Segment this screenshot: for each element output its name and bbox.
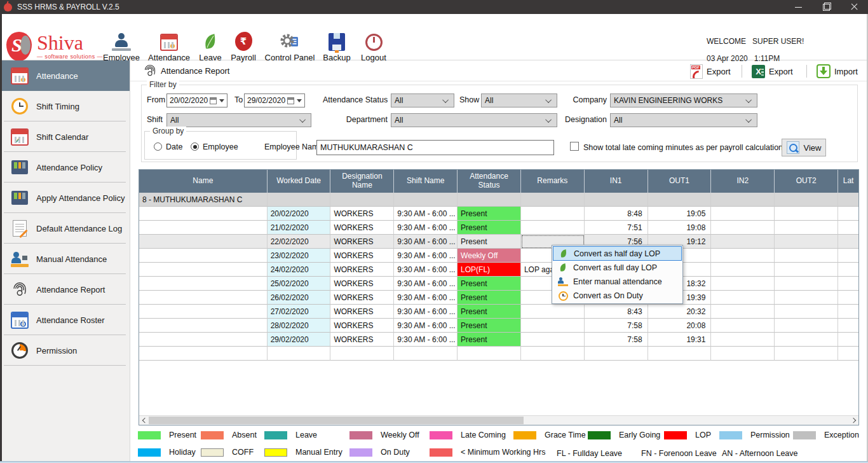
designation-dropdown[interactable]: All: [610, 113, 757, 127]
scrollbar-thumb[interactable]: [149, 417, 524, 424]
table-row[interactable]: 27/02/2020 WORKERS 9:30 AM - 6:00 ... Pr…: [139, 305, 858, 319]
remarks-cell[interactable]: [521, 221, 585, 235]
column-header[interactable]: Lat: [838, 170, 858, 193]
column-header[interactable]: Shift Name: [394, 170, 458, 193]
status-cell[interactable]: Present: [458, 319, 521, 333]
export-pdf-button[interactable]: Export: [690, 64, 731, 79]
from-date-picker[interactable]: 20/02/2020: [166, 93, 227, 107]
table-row[interactable]: 23/02/2020 WORKERS 9:30 AM - 6:00 ... We…: [139, 249, 858, 263]
worked-date-cell[interactable]: 29/02/2020: [268, 333, 331, 347]
policy-icon: [11, 191, 28, 205]
attendance-status-dropdown[interactable]: All: [391, 93, 454, 107]
column-header[interactable]: Worked Date: [268, 170, 331, 193]
legend-item: LOP: [664, 431, 711, 439]
sidebar-item-attendance[interactable]: Attendance: [0, 60, 130, 91]
nav-backup[interactable]: Backup: [321, 31, 353, 62]
worked-date-cell[interactable]: 24/02/2020: [268, 263, 331, 277]
maximize-button[interactable]: [812, 0, 840, 14]
sidebar-item-attendance-policy[interactable]: Attendance Policy: [0, 152, 130, 183]
sidebar-item-manual-attendance[interactable]: Manual Attendance: [0, 244, 130, 274]
shift-dropdown[interactable]: All: [166, 113, 311, 127]
worked-date-cell[interactable]: 21/02/2020: [268, 221, 331, 235]
table-row[interactable]: 21/02/2020 WORKERS 9:30 AM - 6:00 ... Pr…: [139, 221, 858, 235]
sidebar-item-apply-attendance-policy[interactable]: Apply Attendance Policy: [0, 183, 130, 213]
company-dropdown[interactable]: KAVIN ENGINEERING WORKS: [610, 93, 757, 107]
remarks-cell[interactable]: [521, 305, 585, 319]
status-cell[interactable]: Present: [458, 333, 521, 347]
employee-name-input[interactable]: [316, 140, 554, 155]
column-header[interactable]: Designation Name: [330, 170, 394, 193]
table-row[interactable]: 25/02/2020 WORKERS 9:30 AM - 6:00 ... Pr…: [139, 277, 858, 291]
status-cell[interactable]: Present: [458, 291, 521, 305]
status-cell[interactable]: Present: [458, 207, 521, 221]
table-row-empty[interactable]: [139, 347, 858, 361]
table-row-selected[interactable]: 22/02/2020 WORKERS 9:30 AM - 6:00 ... Pr…: [139, 235, 858, 249]
status-cell[interactable]: Present: [458, 305, 521, 319]
column-header[interactable]: OUT2: [775, 170, 838, 193]
nav-employee[interactable]: Employee: [102, 31, 141, 62]
nav-control-panel[interactable]: Control Panel: [264, 31, 315, 62]
group-by-date-radio[interactable]: Date: [154, 141, 182, 152]
status-cell[interactable]: Present: [458, 277, 521, 291]
sidebar-item-default-attendance-log[interactable]: Default Attendance Log: [0, 213, 130, 244]
attendance-calendar-icon: [11, 67, 29, 85]
leaf-icon: [559, 263, 567, 273]
sidebar-item-attendance-roster[interactable]: Attendance Roster: [0, 305, 130, 335]
column-header[interactable]: OUT1: [648, 170, 712, 193]
group-by-employee-radio[interactable]: Employee: [191, 141, 238, 152]
remarks-cell[interactable]: [521, 333, 585, 347]
nav-payroll[interactable]: Payroll: [227, 31, 260, 62]
export-excel-button[interactable]: Export: [752, 64, 793, 79]
department-dropdown[interactable]: All: [391, 113, 557, 127]
legend-swatch: [138, 431, 161, 439]
scroll-right-arrow[interactable]: [849, 416, 858, 425]
nav-leave[interactable]: Leave: [196, 31, 225, 62]
late-minutes-checkbox[interactable]: [570, 142, 579, 151]
menu-item-convert-full-day-lop[interactable]: Convert as full day LOP: [553, 261, 682, 275]
nav-attendance[interactable]: Attendance: [148, 31, 190, 62]
worked-date-cell[interactable]: 20/02/2020: [268, 207, 331, 221]
sidebar-item-permission[interactable]: Permission: [0, 335, 130, 366]
department-label: Department: [336, 115, 388, 124]
menu-item-enter-manual-attendance[interactable]: Enter manual attendance: [553, 275, 682, 289]
legend-item: Weekly Off: [349, 431, 419, 439]
column-header[interactable]: IN2: [711, 170, 775, 193]
worked-date-cell[interactable]: 26/02/2020: [268, 291, 331, 305]
status-cell[interactable]: Present: [458, 221, 521, 235]
table-row[interactable]: 24/02/2020 WORKERS 9:30 AM - 6:00 ... LO…: [139, 263, 858, 277]
close-button[interactable]: [840, 0, 868, 14]
table-row[interactable]: 29/02/2020 WORKERS 9:30 AM - 6:00 ... Pr…: [139, 333, 858, 347]
column-header[interactable]: Name: [139, 170, 268, 193]
view-button[interactable]: View: [782, 139, 826, 156]
worked-date-cell[interactable]: 27/02/2020: [268, 305, 331, 319]
table-row[interactable]: 26/02/2020 WORKERS 9:30 AM - 6:00 ... Pr…: [139, 291, 858, 305]
remarks-cell[interactable]: [521, 207, 585, 221]
nav-logout[interactable]: Logout: [357, 31, 390, 62]
table-row[interactable]: 20/02/2020 WORKERS 9:30 AM - 6:00 ... Pr…: [139, 207, 858, 221]
worked-date-cell[interactable]: 25/02/2020: [268, 277, 331, 291]
menu-item-convert-half-day-lop[interactable]: Convert as half day LOP: [553, 246, 682, 261]
status-cell[interactable]: Present: [458, 235, 521, 249]
horizontal-scrollbar[interactable]: [139, 415, 858, 425]
sidebar-item-shift-calendar[interactable]: ✓ Shift Calendar: [0, 121, 130, 152]
status-cell[interactable]: Weekly Off: [458, 249, 521, 263]
floppy-icon: [329, 33, 345, 51]
column-header[interactable]: IN1: [585, 170, 648, 193]
menu-item-convert-on-duty[interactable]: Convert as On Duty: [553, 289, 682, 303]
import-button[interactable]: Import: [817, 64, 858, 79]
column-header[interactable]: Attendance Status: [458, 170, 521, 193]
show-dropdown[interactable]: All: [481, 93, 557, 107]
to-date-picker[interactable]: 29/02/2020: [244, 93, 305, 107]
column-header[interactable]: Remarks: [521, 170, 585, 193]
status-cell[interactable]: LOP(FL): [458, 263, 521, 277]
worked-date-cell[interactable]: 28/02/2020: [268, 319, 331, 333]
group-row[interactable]: 8 - MUTHUKUMARASHAN C: [139, 193, 858, 207]
minimize-button[interactable]: [784, 0, 812, 14]
worked-date-cell[interactable]: 22/02/2020: [268, 235, 331, 249]
worked-date-cell[interactable]: 23/02/2020: [268, 249, 331, 263]
table-row[interactable]: 28/02/2020 WORKERS 9:30 AM - 6:00 ... Pr…: [139, 319, 858, 333]
sidebar-item-shift-timing[interactable]: Shift Timing: [0, 91, 130, 121]
sidebar-item-attendance-report[interactable]: Attendance Report: [0, 274, 130, 305]
remarks-cell[interactable]: [521, 319, 585, 333]
scroll-left-arrow[interactable]: [139, 416, 149, 425]
